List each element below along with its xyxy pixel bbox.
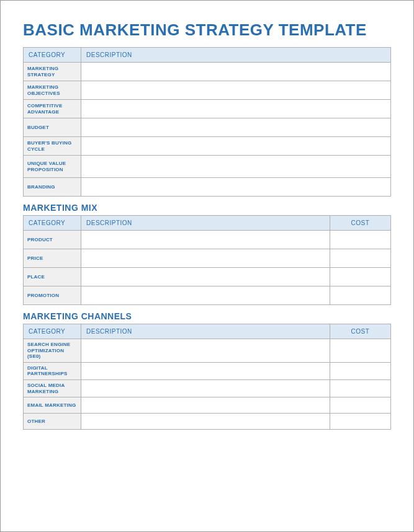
description-cell[interactable]	[81, 231, 330, 249]
description-cell[interactable]	[81, 339, 330, 363]
description-cell[interactable]	[81, 397, 330, 414]
row-label: MARKETING OBJECTIVES	[24, 81, 81, 100]
marketing-mix-table: CATEGORY DESCRIPTION COST PRODUCT PRICE …	[23, 215, 391, 305]
table-row: BRANDING	[24, 178, 391, 197]
description-cell[interactable]	[81, 268, 330, 286]
header-category: CATEGORY	[24, 48, 81, 63]
row-label: MARKETING STRATEGY	[24, 63, 81, 81]
page-title: BASIC MARKETING STRATEGY TEMPLATE	[23, 20, 391, 40]
row-label: UNIQUE VALUE PROPOSITION	[24, 156, 81, 178]
description-cell[interactable]	[81, 81, 391, 100]
header-description: DESCRIPTION	[81, 48, 391, 63]
cost-cell[interactable]	[330, 397, 391, 414]
strategy-table: CATEGORY DESCRIPTION MARKETING STRATEGY …	[23, 47, 391, 197]
description-cell[interactable]	[81, 137, 391, 156]
table-row: DIGITAL PARTNERSHIPS	[24, 362, 391, 379]
table-row: PRODUCT	[24, 231, 391, 249]
header-cost: COST	[330, 216, 391, 231]
row-label: BRANDING	[24, 178, 81, 197]
row-label: PLACE	[24, 268, 81, 286]
table-row: COMPETITIVE ADVANTAGE	[24, 100, 391, 118]
row-label: PRICE	[24, 249, 81, 268]
cost-cell[interactable]	[330, 286, 391, 305]
section-title-channels: MARKETING CHANNELS	[23, 311, 391, 321]
cost-cell[interactable]	[330, 249, 391, 268]
row-label: COMPETITIVE ADVANTAGE	[24, 100, 81, 118]
table-row: BUYER'S BUYING CYCLE	[24, 137, 391, 156]
table-row: BUDGET	[24, 118, 391, 137]
row-label: EMAIL MARKETING	[24, 397, 81, 414]
marketing-channels-table: CATEGORY DESCRIPTION COST SEARCH ENGINE …	[23, 324, 391, 430]
header-cost: COST	[330, 324, 391, 339]
table-row: OTHER	[24, 414, 391, 430]
row-label: BUDGET	[24, 118, 81, 137]
row-label: PRODUCT	[24, 231, 81, 249]
header-description: DESCRIPTION	[81, 324, 330, 339]
description-cell[interactable]	[81, 63, 391, 81]
table-row: EMAIL MARKETING	[24, 397, 391, 414]
description-cell[interactable]	[81, 178, 391, 197]
table-row: MARKETING OBJECTIVES	[24, 81, 391, 100]
description-cell[interactable]	[81, 118, 391, 137]
description-cell[interactable]	[81, 156, 391, 178]
description-cell[interactable]	[81, 379, 330, 397]
cost-cell[interactable]	[330, 362, 391, 379]
table-row: SOCIAL MEDIA MARKETING	[24, 379, 391, 397]
table-row: PROMOTION	[24, 286, 391, 305]
description-cell[interactable]	[81, 100, 391, 118]
table-row: PLACE	[24, 268, 391, 286]
row-label: SOCIAL MEDIA MARKETING	[24, 379, 81, 397]
cost-cell[interactable]	[330, 414, 391, 430]
row-label: BUYER'S BUYING CYCLE	[24, 137, 81, 156]
header-category: CATEGORY	[24, 216, 81, 231]
table-row: SEARCH ENGINE OPTIMIZATION (SE0)	[24, 339, 391, 363]
cost-cell[interactable]	[330, 268, 391, 286]
row-label: OTHER	[24, 414, 81, 430]
cost-cell[interactable]	[330, 379, 391, 397]
description-cell[interactable]	[81, 286, 330, 305]
description-cell[interactable]	[81, 414, 330, 430]
table-row: MARKETING STRATEGY	[24, 63, 391, 81]
table-row: UNIQUE VALUE PROPOSITION	[24, 156, 391, 178]
row-label: PROMOTION	[24, 286, 81, 305]
section-title-mix: MARKETING MIX	[23, 203, 391, 213]
description-cell[interactable]	[81, 362, 330, 379]
cost-cell[interactable]	[330, 231, 391, 249]
table-row: PRICE	[24, 249, 391, 268]
cost-cell[interactable]	[330, 339, 391, 363]
header-category: CATEGORY	[24, 324, 81, 339]
description-cell[interactable]	[81, 249, 330, 268]
header-description: DESCRIPTION	[81, 216, 330, 231]
row-label: DIGITAL PARTNERSHIPS	[24, 362, 81, 379]
row-label: SEARCH ENGINE OPTIMIZATION (SE0)	[24, 339, 81, 363]
